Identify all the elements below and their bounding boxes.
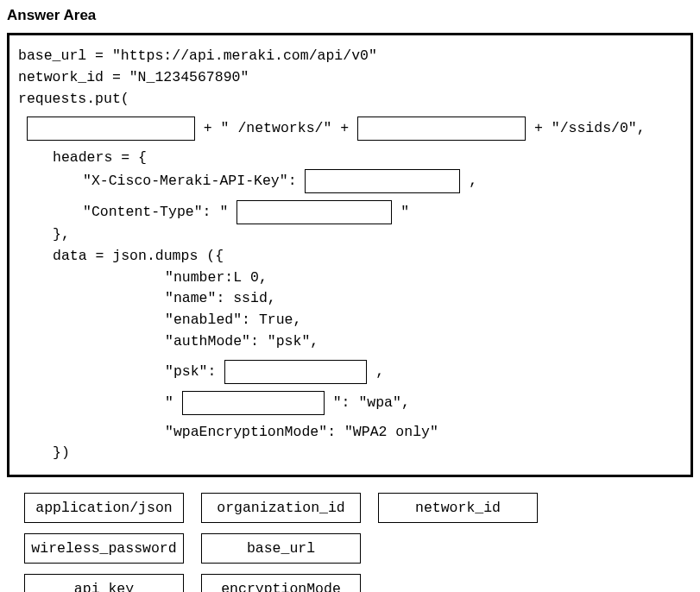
- option-base-url[interactable]: base_url: [201, 533, 361, 564]
- page-title: Answer Area: [7, 7, 693, 24]
- code-text: ": [392, 204, 409, 220]
- option-row: wireless_password base_url: [24, 533, 693, 564]
- options-container: application/json organization_id network…: [7, 493, 693, 592]
- drop-target-psk[interactable]: [224, 360, 367, 384]
- code-text: "Content-Type": ": [83, 204, 236, 220]
- code-text: "X-Cisco-Meraki-API-Key":: [83, 173, 305, 189]
- drop-target-contenttype[interactable]: [236, 200, 392, 224]
- option-wireless-password[interactable]: wireless_password: [24, 533, 184, 564]
- code-text: ,: [460, 173, 477, 189]
- option-organization-id[interactable]: organization_id: [201, 493, 361, 523]
- option-api-key[interactable]: api_key: [24, 574, 184, 592]
- code-line: "authMode": "psk",: [18, 331, 682, 353]
- code-text: + "/ssids/0",: [526, 121, 646, 137]
- drop-target-url2[interactable]: [357, 117, 526, 141]
- option-application-json[interactable]: application/json: [24, 493, 184, 523]
- code-line: requests.put(: [18, 89, 682, 110]
- code-text: ": [165, 394, 182, 411]
- code-line: base_url = "https://api.meraki.com/api/v…: [18, 46, 682, 67]
- option-row: api_key encryptionMode: [24, 574, 693, 592]
- url-construct-line: + " /networks/" + + "/ssids/0",: [18, 117, 682, 141]
- code-line: data = json.dumps ({: [18, 246, 682, 268]
- code-line: }): [18, 443, 682, 464]
- code-line: network_id = "N_1234567890": [18, 67, 682, 89]
- content-type-line: "Content-Type": " ": [18, 200, 682, 224]
- code-text: ": "wpa",: [325, 394, 410, 411]
- wpa-key-line: " ": "wpa",: [18, 391, 682, 415]
- code-line: "number:L 0,: [18, 268, 682, 289]
- option-row: application/json organization_id network…: [24, 493, 693, 523]
- code-line: },: [18, 224, 682, 246]
- code-line: "wpaEncryptionMode": "WPA2 only": [18, 422, 682, 444]
- code-line: "enabled": True,: [18, 310, 682, 331]
- code-text: ,: [367, 363, 384, 380]
- api-key-line: "X-Cisco-Meraki-API-Key": ,: [18, 169, 682, 193]
- drop-target-wpakey[interactable]: [182, 391, 325, 415]
- drop-target-url1[interactable]: [27, 117, 195, 141]
- drop-target-apikey[interactable]: [305, 169, 460, 193]
- code-line: headers = {: [18, 148, 682, 169]
- code-text: + " /networks/" +: [195, 121, 357, 137]
- psk-line: "psk": ,: [18, 360, 682, 384]
- code-text: "psk":: [165, 363, 224, 380]
- option-encryption-mode[interactable]: encryptionMode: [201, 574, 361, 592]
- code-container: base_url = "https://api.meraki.com/api/v…: [7, 33, 693, 477]
- code-line: "name": ssid,: [18, 288, 682, 310]
- option-network-id[interactable]: network_id: [378, 493, 538, 523]
